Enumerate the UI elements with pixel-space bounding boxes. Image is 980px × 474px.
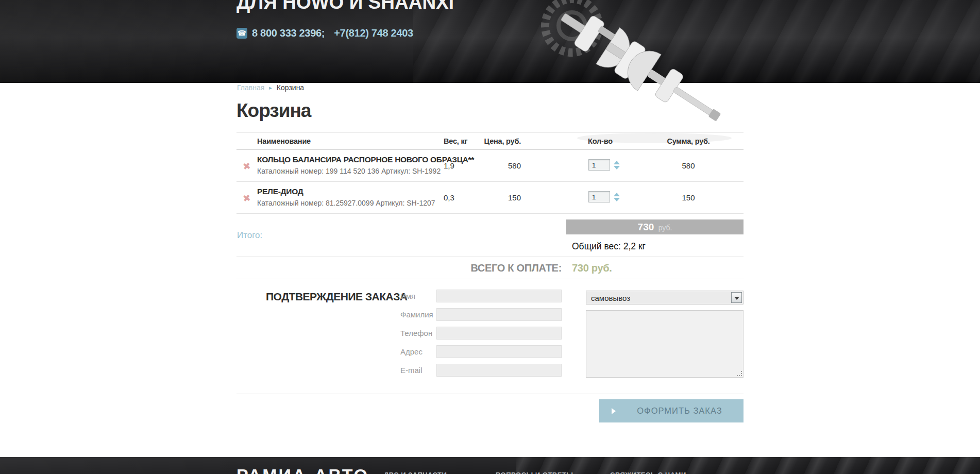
cart-table-header: Наименование Вес, кг Цена, руб. Кол-во С… (236, 132, 744, 150)
total-weight: Общий вес: 2,2 кг (572, 241, 646, 252)
submit-arrow-icon (612, 408, 616, 414)
breadcrumb: Главная ▸ Корзина (237, 83, 304, 92)
column-header-qty: Кол-во (577, 137, 624, 145)
qty-up-icon[interactable] (614, 161, 620, 164)
item-details: Каталожный номер: 199 114 520 136 Артику… (257, 167, 441, 175)
email-field-label: E-mail (400, 366, 423, 375)
item-price: 150 (474, 193, 521, 202)
name-field[interactable] (436, 290, 562, 302)
surname-field[interactable] (436, 308, 562, 321)
delete-item-icon[interactable]: ✖ (240, 159, 254, 173)
form-row: Фамилия (236, 308, 577, 321)
quantity-input[interactable] (588, 159, 610, 171)
table-row: ✖ КОЛЬЦО БАЛАНСИРА РАСПОРНОЕ НОВОГО ОБРА… (236, 150, 744, 182)
column-header-price: Цена, руб. (474, 137, 521, 145)
chevron-down-icon (734, 297, 739, 300)
divider (236, 257, 744, 257)
address-field-label: Адрес (400, 347, 423, 356)
divider (236, 394, 744, 394)
delivery-selected-option: самовывоз (591, 294, 630, 302)
item-name: РЕЛЕ-ДИОД (257, 187, 303, 196)
item-name: КОЛЬЦО БАЛАНСИРА РАСПОРНОЕ НОВОГО ОБРАЗЦ… (257, 155, 474, 164)
table-row: ✖ РЕЛЕ-ДИОД Каталожный номер: 81.25927.0… (236, 182, 744, 214)
order-comment-textarea[interactable] (586, 310, 744, 378)
item-weight: 0,3 (444, 193, 454, 202)
cart-page: ДЛЯ HOWO И SHAANXI ☎ 8 800 333 2396; +7(… (0, 0, 980, 474)
breadcrumb-arrow-icon: ▸ (269, 84, 272, 91)
email-field[interactable] (436, 364, 562, 377)
quantity-input[interactable] (588, 191, 610, 202)
quantity-stepper (588, 191, 620, 202)
submit-order-label: ОФОРМИТЬ ЗАКАЗ (616, 406, 744, 416)
column-header-weight: Вес, кг (444, 137, 467, 145)
quantity-arrows (614, 161, 620, 170)
divider (236, 279, 744, 279)
address-field[interactable] (436, 345, 562, 358)
submit-order-button[interactable]: ОФОРМИТЬ ЗАКАЗ (599, 399, 744, 422)
select-dropdown-button[interactable] (731, 292, 742, 303)
quantity-arrows (614, 193, 620, 201)
total-amount-value: 730 (638, 222, 654, 232)
main-container: Главная ▸ Корзина Корзина Наименование В… (236, 0, 744, 474)
breadcrumb-home-link[interactable]: Главная (237, 83, 264, 92)
total-amount-bar: 730 руб. (566, 219, 744, 234)
column-header-sum: Сумма, руб. (663, 137, 714, 145)
grand-total-value: 730 руб. (572, 262, 612, 274)
item-weight: 1,9 (444, 161, 454, 170)
column-header-name: Наименование (257, 137, 311, 145)
breadcrumb-current: Корзина (277, 83, 304, 92)
form-row: Телефон (236, 327, 577, 340)
delivery-method-select[interactable]: самовывоз (586, 291, 744, 304)
item-details: Каталожный номер: 81.25927.0099 Артикул:… (257, 199, 435, 207)
grand-total-label: ВСЕГО К ОПЛАТЕ: (236, 262, 562, 274)
form-row: Имя (236, 290, 577, 303)
quantity-stepper (588, 159, 620, 171)
item-sum: 150 (663, 193, 714, 202)
form-row: Адрес (236, 345, 577, 359)
form-row: E-mail (236, 364, 577, 377)
qty-down-icon[interactable] (614, 166, 620, 170)
item-sum: 580 (663, 161, 714, 170)
item-price: 580 (474, 161, 521, 170)
phone-field-label: Телефон (400, 329, 432, 337)
page-title: Корзина (236, 100, 311, 122)
total-amount-currency: руб. (658, 224, 672, 232)
qty-up-icon[interactable] (614, 193, 620, 196)
name-field-label: Имя (400, 292, 415, 300)
phone-field[interactable] (436, 327, 562, 340)
qty-down-icon[interactable] (614, 198, 620, 201)
surname-field-label: Фамилия (400, 310, 433, 319)
delete-item-icon[interactable]: ✖ (240, 191, 254, 205)
totals-label: Итого: (237, 230, 262, 241)
cart-table: Наименование Вес, кг Цена, руб. Кол-во С… (236, 132, 744, 214)
